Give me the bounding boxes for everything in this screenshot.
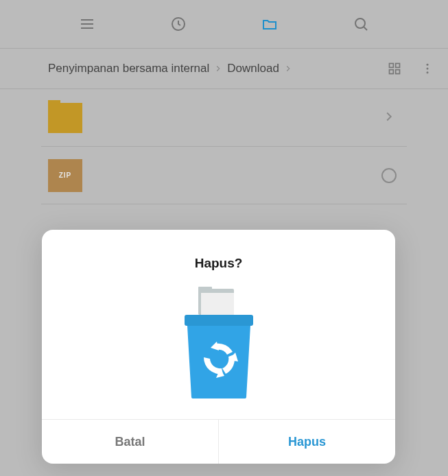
delete-button[interactable]: Hapus: [218, 420, 395, 464]
cancel-button[interactable]: Batal: [42, 420, 218, 464]
trash-icon: [56, 283, 381, 400]
svg-rect-16: [185, 315, 253, 326]
svg-rect-14: [198, 287, 212, 290]
dialog-actions: Batal Hapus: [42, 419, 395, 464]
dialog-title: Hapus?: [56, 256, 381, 271]
dialog-body: Hapus?: [42, 230, 395, 419]
delete-dialog: Hapus? Batal Hapus: [42, 230, 395, 464]
svg-rect-15: [201, 293, 234, 318]
